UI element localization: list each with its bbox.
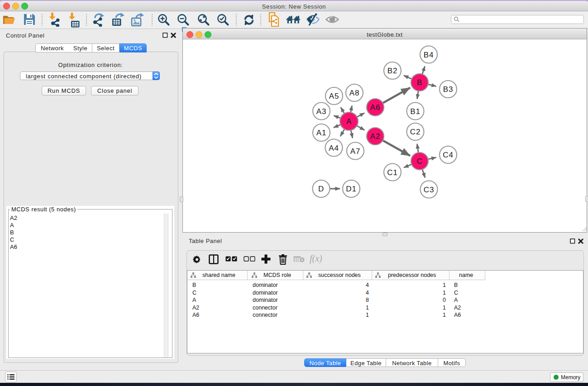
svg-text:C: C (416, 157, 422, 166)
svg-text:A: A (346, 117, 352, 126)
svg-text:C2: C2 (410, 128, 421, 136)
svg-text:B2: B2 (387, 67, 397, 75)
svg-text:C3: C3 (424, 186, 434, 194)
svg-text:A5: A5 (329, 92, 339, 100)
svg-text:B3: B3 (443, 85, 453, 94)
svg-text:C4: C4 (443, 151, 453, 159)
svg-text:A1: A1 (316, 129, 326, 137)
svg-text:B4: B4 (424, 51, 434, 59)
svg-text:A4: A4 (329, 144, 339, 152)
svg-text:A3: A3 (316, 107, 326, 116)
svg-text:A2: A2 (370, 132, 380, 141)
svg-text:B: B (417, 78, 422, 87)
svg-text:A8: A8 (349, 89, 359, 97)
svg-text:B1: B1 (410, 107, 420, 116)
svg-text:C1: C1 (387, 168, 397, 177)
svg-text:D1: D1 (346, 185, 356, 193)
svg-text:A7: A7 (350, 147, 360, 156)
svg-text:A6: A6 (370, 103, 380, 112)
svg-text:D: D (318, 185, 324, 193)
